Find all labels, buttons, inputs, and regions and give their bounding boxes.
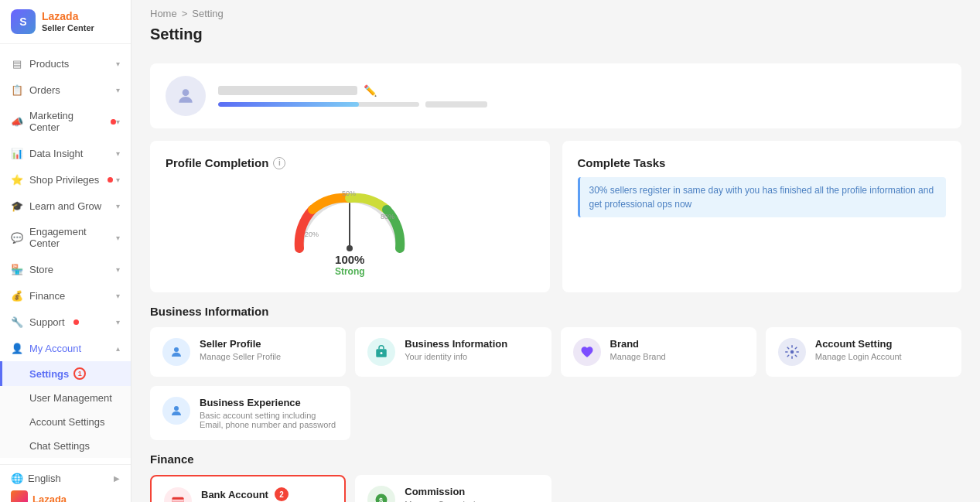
chevron-marketing: ▾ — [116, 118, 120, 126]
chevron-support: ▾ — [116, 318, 120, 326]
business-info-text: Business Information Your identity info — [405, 338, 507, 361]
profile-progress-fill — [218, 102, 359, 107]
bank-account-text: Bank Account 2 Manage Bank — [201, 487, 289, 502]
finance-cards: Bank Account 2 Manage Bank $ Commission … — [150, 475, 961, 502]
bank-account-card[interactable]: Bank Account 2 Manage Bank — [150, 475, 346, 502]
sidebar-item-engagement[interactable]: 💬 Engagement Center ▾ — [0, 219, 131, 256]
biz-exp-title: Business Experience — [200, 397, 338, 408]
business-info-icon — [367, 338, 395, 366]
footer-logo-text: Lazada — [32, 493, 67, 503]
account-setting-card[interactable]: Account Setting Manage Login Account — [766, 327, 961, 377]
chevron-shop-privileges: ▾ — [116, 176, 120, 184]
chevron-engagement: ▾ — [116, 234, 120, 242]
support-dot — [73, 319, 79, 325]
sidebar-item-my-account[interactable]: 👤 My Account ▴ — [0, 335, 131, 361]
user-management-label: User Management — [29, 392, 112, 404]
logo-text: Lazada Seller Center — [42, 10, 94, 33]
sidebar-label-support: Support — [29, 316, 65, 328]
breadcrumb: Home > Setting — [131, 0, 980, 22]
store-icon: 🏪 — [11, 263, 23, 275]
finance-icon: 💰 — [11, 289, 23, 302]
sidebar-label-finance: Finance — [29, 290, 65, 302]
support-icon: 🔧 — [11, 316, 23, 328]
avatar — [166, 76, 206, 116]
learn-grow-icon: 🎓 — [11, 200, 23, 212]
lang-label: English — [28, 473, 61, 484]
info-icon: i — [273, 157, 285, 169]
sub-nav-account-settings[interactable]: Account Settings — [0, 410, 131, 434]
account-setting-text: Account Setting Manage Login Account — [815, 338, 902, 361]
brand-text: Brand Manage Brand — [610, 338, 666, 361]
profile-completion-card: Profile Completion i — [150, 141, 550, 292]
language-selector[interactable]: 🌐 English ▶ — [11, 473, 120, 484]
orders-icon: 📋 — [11, 84, 23, 96]
complete-tasks-info: 30% sellers register in same day with yo… — [578, 177, 947, 217]
sidebar-label-learn-grow: Learn and Grow — [29, 200, 101, 212]
chevron-data-insight: ▾ — [116, 149, 120, 158]
products-icon: ▤ — [11, 57, 23, 70]
sidebar-item-orders[interactable]: 📋 Orders ▾ — [0, 77, 131, 103]
svg-point-8 — [381, 352, 383, 354]
footer-logo: Lazada — [11, 490, 120, 502]
chevron-products: ▾ — [116, 60, 120, 68]
two-col-section: Profile Completion i — [150, 141, 961, 292]
sidebar-item-marketing[interactable]: 📣 Marketing Center ▾ — [0, 103, 131, 140]
profile-name-bar: ✏️ — [218, 84, 946, 97]
svg-point-6 — [174, 347, 179, 352]
business-experience-card[interactable]: Business Experience Basic account settin… — [150, 386, 350, 440]
sidebar-label-products: Products — [29, 58, 69, 70]
profile-edit-icon[interactable]: ✏️ — [364, 84, 377, 97]
sidebar-item-products[interactable]: ▤ Products ▾ — [0, 50, 131, 77]
sub-nav-chat-settings[interactable]: Chat Settings — [0, 434, 131, 458]
logo-sub: Seller Center — [42, 23, 94, 33]
seller-profile-sub: Manage Seller Profile — [200, 352, 281, 361]
account-setting-title: Account Setting — [815, 338, 902, 350]
breadcrumb-home[interactable]: Home — [150, 8, 177, 19]
svg-text:50%: 50% — [342, 190, 356, 197]
biz-exp-icon — [162, 397, 190, 425]
chat-settings-label: Chat Settings — [29, 440, 90, 452]
profile-completion-title: Profile Completion i — [166, 156, 534, 169]
svg-rect-12 — [172, 500, 184, 502]
business-info-card[interactable]: Business Information Your identity info — [355, 327, 551, 377]
commission-title: Commission — [405, 486, 484, 497]
chevron-finance: ▾ — [116, 292, 120, 300]
sub-nav-settings[interactable]: Settings 1 — [0, 361, 131, 386]
sidebar-label-store: Store — [29, 264, 53, 275]
sidebar-item-data-insight[interactable]: 📊 Data Insight ▾ — [0, 140, 131, 166]
business-information-title: Business Information — [150, 305, 961, 318]
brand-card[interactable]: Brand Manage Brand — [561, 327, 756, 377]
svg-point-10 — [174, 406, 179, 411]
main-area: Home > Setting Setting ✏️ — [131, 0, 980, 502]
chevron-orders: ▾ — [116, 86, 120, 94]
chevron-my-account: ▴ — [116, 344, 120, 353]
sidebar-label-my-account: My Account — [29, 343, 81, 354]
finance-section-title: Finance — [150, 452, 961, 466]
commission-card[interactable]: $ Commission Manage Commission — [355, 475, 551, 502]
sub-nav-user-management[interactable]: User Management — [0, 386, 131, 410]
complete-tasks-card: Complete Tasks 30% sellers register in s… — [562, 141, 962, 292]
gauge-wrap: 20% 50% 80% 100% Strong — [166, 179, 534, 277]
sidebar-logo: S Lazada Seller Center — [0, 0, 131, 44]
settings-badge: 1 — [73, 367, 86, 380]
lang-chevron: ▶ — [114, 474, 120, 483]
brand-sub: Manage Brand — [610, 352, 666, 361]
complete-tasks-title: Complete Tasks — [578, 156, 947, 169]
sidebar-item-shop-privileges[interactable]: ⭐ Shop Privileges ▾ — [0, 166, 131, 193]
svg-point-9 — [790, 350, 794, 354]
account-settings-label: Account Settings — [29, 416, 105, 428]
gauge-percent: 100% — [335, 253, 365, 266]
profile-info: ✏️ — [218, 84, 946, 108]
sidebar-item-support[interactable]: 🔧 Support ▾ — [0, 309, 131, 335]
biz-exp-text: Business Experience Basic account settin… — [200, 397, 338, 429]
seller-profile-card[interactable]: Seller Profile Manage Seller Profile — [150, 327, 346, 377]
sidebar: S Lazada Seller Center ▤ Products ▾ 📋 Or… — [0, 0, 131, 502]
profile-progress-bar — [218, 102, 419, 107]
sidebar-item-finance[interactable]: 💰 Finance ▾ — [0, 282, 131, 309]
sidebar-item-store[interactable]: 🏪 Store ▾ — [0, 256, 131, 282]
sidebar-label-orders: Orders — [29, 84, 60, 96]
gauge-status: Strong — [335, 266, 365, 277]
business-info-sub: Your identity info — [405, 352, 507, 361]
sidebar-item-learn-grow[interactable]: 🎓 Learn and Grow ▾ — [0, 193, 131, 219]
seller-profile-title: Seller Profile — [200, 338, 281, 350]
